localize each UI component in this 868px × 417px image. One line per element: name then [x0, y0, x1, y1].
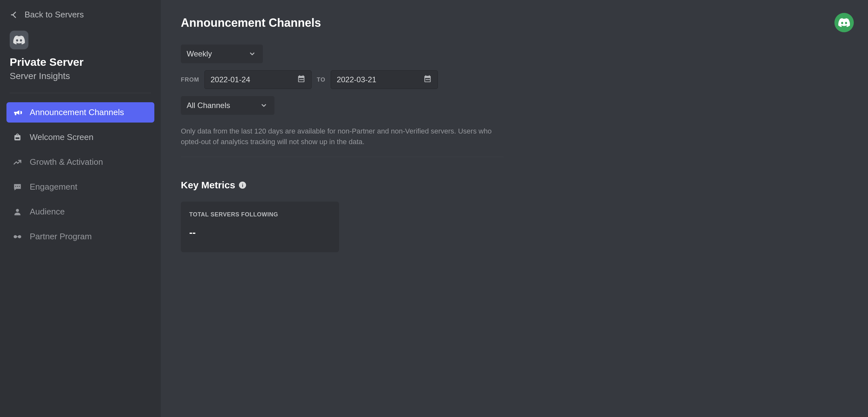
info-icon[interactable]: i: [239, 181, 246, 189]
infinity-icon: [13, 232, 22, 241]
calendar-icon: [297, 74, 306, 85]
page-title: Announcement Channels: [181, 16, 848, 30]
megaphone-icon: [13, 108, 22, 117]
filters: Weekly FROM 2022-01-24 TO 2022-03-21: [181, 44, 848, 115]
server-avatar: [10, 31, 28, 49]
chevron-down-icon: [260, 102, 268, 109]
date-range-row: FROM 2022-01-24 TO 2022-03-21: [181, 70, 848, 89]
backpack-icon: [13, 133, 22, 142]
from-date-value: 2022-01-24: [211, 75, 250, 84]
interval-value: Weekly: [187, 49, 212, 58]
from-date-input[interactable]: 2022-01-24: [205, 70, 312, 89]
back-to-servers-link[interactable]: Back to Servers: [11, 10, 151, 20]
key-metrics-title: Key Metrics i: [181, 180, 848, 190]
to-date-input[interactable]: 2022-03-21: [331, 70, 438, 89]
metric-card-total-servers-following: TOTAL SERVERS FOLLOWING --: [181, 202, 339, 252]
sidebar-item-label: Growth & Activation: [30, 157, 103, 167]
sidebar: Back to Servers Private Server Server In…: [0, 0, 161, 417]
svg-point-1: [16, 209, 19, 212]
main-content: Announcement Channels Weekly FROM 2022-0…: [161, 0, 868, 417]
from-label: FROM: [181, 76, 199, 83]
calendar-icon: [423, 74, 432, 85]
arrow-left-icon: [11, 10, 20, 19]
key-metrics-label: Key Metrics: [181, 180, 235, 190]
sidebar-item-announcement-channels[interactable]: Announcement Channels: [6, 102, 154, 123]
sidebar-item-label: Partner Program: [30, 232, 92, 242]
sidebar-item-label: Engagement: [30, 182, 77, 192]
person-icon: [13, 207, 22, 216]
server-name: Private Server: [10, 56, 151, 68]
chat-icon: [13, 182, 22, 192]
sidebar-item-label: Announcement Channels: [30, 107, 124, 117]
sidebar-item-engagement[interactable]: Engagement: [6, 177, 154, 197]
sidebar-item-partner-program[interactable]: Partner Program: [6, 227, 154, 247]
sidebar-item-growth-activation[interactable]: Growth & Activation: [6, 152, 154, 172]
info-text: Only data from the last 120 days are ava…: [181, 126, 504, 157]
to-label: TO: [317, 76, 326, 83]
channel-select[interactable]: All Channels: [181, 96, 275, 115]
sidebar-item-welcome-screen[interactable]: Welcome Screen: [6, 127, 154, 147]
metric-value: --: [189, 227, 331, 238]
sidebar-item-audience[interactable]: Audience: [6, 202, 154, 222]
trending-up-icon: [13, 158, 22, 167]
sidebar-item-label: Welcome Screen: [30, 132, 94, 142]
discord-status-badge[interactable]: [834, 13, 854, 32]
interval-select[interactable]: Weekly: [181, 44, 263, 63]
chevron-down-icon: [249, 50, 256, 58]
back-label: Back to Servers: [25, 10, 84, 20]
to-date-value: 2022-03-21: [337, 75, 376, 84]
server-subtitle: Server Insights: [10, 71, 151, 81]
metric-label: TOTAL SERVERS FOLLOWING: [189, 211, 331, 218]
sidebar-item-label: Audience: [30, 207, 65, 217]
channel-value: All Channels: [187, 101, 230, 110]
divider: [10, 93, 151, 93]
